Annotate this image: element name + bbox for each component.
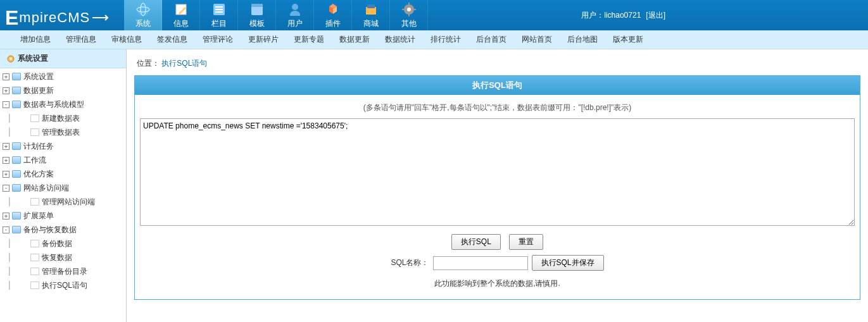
tree-label: 管理网站访问端 (42, 196, 95, 207)
panel-title: 执行SQL语句 (135, 76, 860, 95)
top-nav-plugin[interactable]: 插件 (314, 0, 352, 30)
user-info: 用户： lichao0721 [退出] (569, 0, 678, 30)
breadcrumb: 位置： 执行SQL语句 (134, 54, 860, 75)
tree-folder[interactable]: -网站多访问端 (0, 181, 126, 195)
sql-name-input[interactable] (433, 256, 528, 270)
svg-point-20 (9, 58, 12, 60)
list-icon (211, 2, 227, 17)
folder-icon (12, 184, 21, 192)
top-nav: 系统信息栏目模板用户插件商城其他 (124, 0, 569, 30)
reset-button[interactable]: 重置 (509, 234, 543, 250)
sub-nav-item[interactable]: 增加信息 (20, 34, 51, 45)
svg-rect-12 (367, 4, 375, 8)
expand-icon[interactable]: + (3, 171, 9, 178)
template-icon (249, 2, 265, 17)
top-nav-template[interactable]: 模板 (238, 0, 276, 30)
tree-folder[interactable]: +系统设置 (0, 70, 126, 84)
tree-file[interactable]: │ 管理网站访问端 (0, 195, 126, 209)
tree-branch-icon (21, 254, 28, 261)
sub-nav-item[interactable]: 管理评论 (203, 34, 233, 45)
tree-label: 新建数据表 (42, 113, 80, 124)
tree-file[interactable]: │ 备份数据 (0, 237, 126, 251)
tree-folder[interactable]: +工作流 (0, 153, 126, 167)
tree-file[interactable]: │ 管理数据表 (0, 125, 126, 139)
folder-icon (12, 212, 21, 220)
expand-icon[interactable]: + (3, 73, 9, 80)
sidebar-tree: +系统设置+数据更新-数据表与系统模型 │ 新建数据表 │ 管理数据表+计划任务… (0, 68, 126, 294)
top-nav-label: 用户 (287, 18, 303, 29)
expand-icon[interactable]: + (3, 87, 9, 94)
tree-file[interactable]: │ 恢复数据 (0, 251, 126, 264)
tree-label: 计划任务 (23, 140, 54, 152)
logout-link[interactable]: [退出] (646, 10, 665, 21)
collapse-icon[interactable]: - (3, 101, 9, 108)
logo: EmpireCMS (0, 0, 124, 30)
sql-textarea[interactable] (140, 118, 855, 226)
tree-file[interactable]: │ 新建数据表 (0, 111, 126, 125)
sub-nav-item[interactable]: 网站首页 (522, 34, 552, 45)
expand-icon[interactable]: + (3, 157, 9, 164)
sub-nav-item[interactable]: 更新专题 (294, 34, 324, 45)
top-nav-label: 模板 (249, 18, 265, 29)
folder-icon (12, 226, 21, 233)
sidebar: 系统设置 +系统设置+数据更新-数据表与系统模型 │ 新建数据表 │ 管理数据表… (0, 49, 127, 322)
top-nav-label: 信息 (173, 18, 189, 29)
tree-folder[interactable]: +优化方案 (0, 167, 126, 181)
sub-nav-item[interactable]: 后台首页 (476, 34, 506, 45)
tree-folder[interactable]: +扩展菜单 (0, 209, 126, 223)
collapse-icon[interactable]: - (3, 226, 9, 233)
top-nav-gear[interactable]: 其他 (390, 0, 428, 30)
user-name: lichao0721 (604, 11, 641, 20)
top-nav-user[interactable]: 用户 (276, 0, 314, 30)
sub-nav-item[interactable]: 数据统计 (385, 34, 415, 45)
sub-nav-item[interactable]: 更新碎片 (248, 34, 279, 45)
top-nav-label: 商城 (363, 18, 379, 29)
sub-nav-item[interactable]: 审核信息 (111, 34, 142, 45)
svg-rect-6 (215, 9, 223, 10)
svg-point-14 (407, 8, 411, 11)
top-nav-shop[interactable]: 商城 (352, 0, 390, 30)
execute-save-button[interactable]: 执行SQL并保存 (532, 255, 604, 271)
tree-folder[interactable]: +计划任务 (0, 139, 126, 153)
tree-label: 优化方案 (23, 168, 54, 180)
sub-nav-item[interactable]: 数据更新 (339, 34, 370, 45)
edit-icon (173, 2, 189, 17)
tree-file[interactable]: │ 执行SQL语句 (0, 278, 126, 292)
tree-folder[interactable]: -备份与恢复数据 (0, 223, 126, 237)
globe-icon (135, 2, 151, 17)
folder-icon (12, 101, 21, 108)
sub-nav-item[interactable]: 后台地图 (567, 34, 598, 45)
top-nav-label: 系统 (135, 18, 151, 29)
collapse-icon[interactable]: - (3, 185, 9, 192)
svg-rect-7 (215, 11, 223, 13)
top-nav-edit[interactable]: 信息 (162, 0, 200, 30)
header: EmpireCMS 系统信息栏目模板用户插件商城其他 用户： lichao072… (0, 0, 868, 30)
sub-nav-item[interactable]: 管理信息 (66, 34, 96, 45)
expand-icon[interactable]: + (3, 143, 9, 150)
top-nav-globe[interactable]: 系统 (124, 0, 162, 30)
sql-panel: 执行SQL语句 (多条语句请用"回车"格开,每条语句以";"结束，数据表前缀可用… (134, 75, 860, 300)
tree-file[interactable]: │ 管理备份目录 (0, 264, 126, 278)
expand-icon[interactable]: + (3, 213, 9, 220)
tree-label: 数据表与系统模型 (23, 99, 84, 110)
panel-hint: (多条语句请用"回车"格开,每条语句以";"结束，数据表前缀可用："[!db.p… (140, 100, 855, 118)
file-icon (30, 240, 39, 247)
execute-sql-button[interactable]: 执行SQL (451, 234, 501, 250)
tree-label: 工作流 (23, 154, 46, 166)
top-nav-list[interactable]: 栏目 (200, 0, 238, 30)
svg-rect-17 (402, 9, 405, 10)
file-icon (30, 198, 39, 206)
tree-folder[interactable]: +数据更新 (0, 84, 126, 97)
sub-nav-item[interactable]: 版本更新 (613, 34, 643, 45)
tree-branch-icon (21, 199, 28, 206)
sub-nav-item[interactable]: 排行统计 (431, 34, 461, 45)
sub-nav-item[interactable]: 签发信息 (157, 34, 187, 45)
user-label: 用户： (581, 10, 604, 21)
sidebar-title: 系统设置 (0, 49, 126, 68)
main-content: 位置： 执行SQL语句 执行SQL语句 (多条语句请用"回车"格开,每条语句以"… (127, 49, 868, 322)
tree-branch-icon (21, 282, 28, 289)
tree-folder[interactable]: -数据表与系统模型 (0, 97, 126, 111)
file-icon (30, 254, 39, 261)
tree-label: 执行SQL语句 (42, 280, 87, 291)
tree-label: 网站多访问端 (23, 182, 69, 194)
